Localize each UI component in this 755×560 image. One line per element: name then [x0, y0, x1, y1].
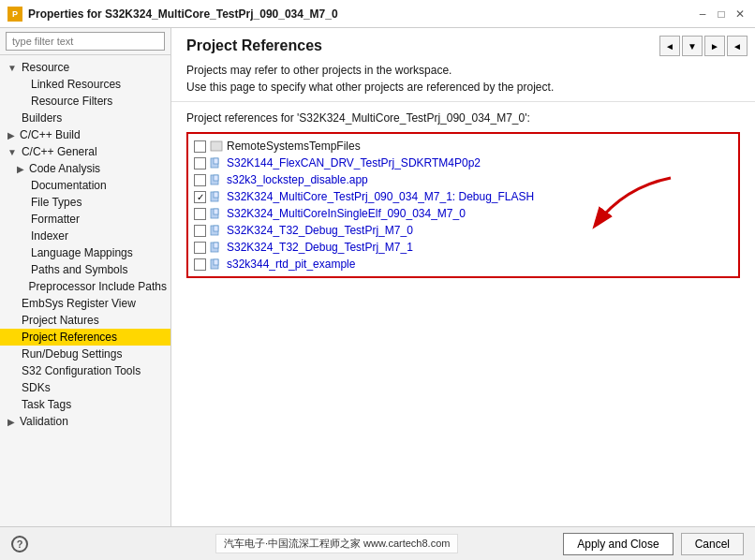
maximize-button[interactable]: □: [714, 7, 729, 22]
ref-checkbox-ref5[interactable]: [194, 208, 206, 220]
svg-rect-6: [214, 175, 218, 181]
ref-checkbox-ref1[interactable]: [194, 140, 206, 153]
tree-item-project-natures[interactable]: Project Natures: [0, 312, 170, 329]
tree-item-task-tags[interactable]: Task Tags: [0, 396, 170, 413]
page-desc1: Projects may refer to other projects in …: [186, 62, 644, 79]
nav-dropdown-button[interactable]: ▼: [682, 36, 703, 56]
help-button[interactable]: ?: [11, 536, 28, 553]
project-ref-label: Project references for 'S32K324_MultiCor…: [186, 111, 740, 125]
tree-label-cpp-general: C/C++ General: [22, 145, 97, 158]
ref-item-ref2[interactable]: S32K144_FlexCAN_DRV_TestPrj_SDKRTM4P0p2: [192, 155, 734, 171]
tree-item-embsys-register[interactable]: EmbSys Register View: [0, 295, 170, 312]
tree-item-cpp-build[interactable]: ▶C/C++ Build: [0, 126, 170, 143]
tree-item-code-analysis[interactable]: ▶Code Analysis: [0, 160, 170, 177]
svg-rect-8: [214, 192, 218, 198]
ref-icon-ref6: [210, 224, 223, 237]
tree-label-preprocessor-include: Preprocessor Include Paths: [29, 280, 167, 293]
tree-label-linked-resources: Linked Resources: [31, 78, 121, 91]
tree-label-builders: Builders: [22, 111, 62, 125]
tree-item-file-types[interactable]: File Types: [0, 194, 170, 211]
tree-item-s32-config-tools[interactable]: S32 Configuration Tools: [0, 362, 170, 379]
ref-item-ref1[interactable]: RemoteSystemsTempFiles: [192, 138, 734, 155]
apply-close-button[interactable]: Apply and Close: [563, 533, 673, 555]
tree-item-indexer[interactable]: Indexer: [0, 228, 170, 244]
tree-arrow-code-analysis: ▶: [17, 164, 24, 174]
tree-item-documentation[interactable]: Documentation: [0, 177, 170, 194]
minimize-button[interactable]: –: [695, 7, 710, 22]
ref-icon-ref3: [210, 173, 223, 186]
ref-item-ref5[interactable]: S32K324_MultiCoreInSingleElf_090_034_M7_…: [192, 205, 734, 222]
tree-item-resource[interactable]: ▼Resource: [0, 59, 170, 76]
nav-forward-button[interactable]: ►: [704, 36, 725, 56]
tree-label-indexer: Indexer: [31, 229, 68, 243]
tree-arrow-resource: ▼: [7, 63, 17, 73]
tree-label-project-natures: Project Natures: [22, 314, 99, 327]
ref-text-ref2: S32K144_FlexCAN_DRV_TestPrj_SDKRTM4P0p2: [227, 156, 481, 169]
tree-item-resource-filters[interactable]: Resource Filters: [0, 93, 170, 110]
bottom-left: ?: [11, 536, 28, 553]
ref-checkbox-ref3[interactable]: [194, 174, 206, 186]
filter-wrap: [0, 28, 170, 55]
tree-label-run-debug-settings: Run/Debug Settings: [22, 347, 122, 361]
cancel-button[interactable]: Cancel: [681, 533, 744, 555]
ref-text-ref4: S32K324_MultiCore_TestPrj_090_034_M7_1: …: [227, 190, 534, 203]
tree-item-sdks[interactable]: SDKs: [0, 379, 170, 396]
tree-label-resource: Resource: [22, 61, 69, 74]
page-title: Project References: [186, 37, 644, 54]
close-button[interactable]: ✕: [733, 7, 748, 22]
bottom-right: Apply and Close Cancel: [563, 533, 744, 555]
ref-text-ref3: s32k3_lockstep_disable.app: [227, 173, 368, 186]
svg-rect-4: [214, 158, 218, 164]
ref-item-ref7[interactable]: S32K324_T32_Debug_TestPrj_M7_1: [192, 239, 734, 256]
tree-label-task-tags: Task Tags: [22, 398, 71, 411]
tree-item-formatter[interactable]: Formatter: [0, 211, 170, 228]
title-bar: P Properties for S32K324_MultiCore_TestP…: [0, 0, 755, 28]
nav-expand-button[interactable]: ◄: [727, 36, 748, 56]
ref-item-ref8[interactable]: s32k344_rtd_pit_example: [192, 256, 734, 273]
right-panel: Project References Projects may refer to…: [171, 28, 755, 560]
tree-item-builders[interactable]: Builders: [0, 110, 170, 126]
ref-icon-ref1: [210, 140, 223, 153]
bottom-bar: ? 汽车电子·中国流深工程师之家 www.cartech8.com Apply …: [0, 526, 755, 560]
tree-label-embsys-register: EmbSys Register View: [22, 297, 136, 310]
ref-icon-ref4: [210, 190, 223, 203]
ref-icon-ref2: [210, 156, 223, 169]
tree-label-validation: Validation: [20, 415, 68, 428]
ref-text-ref6: S32K324_T32_Debug_TestPrj_M7_0: [227, 224, 413, 237]
svg-rect-2: [211, 141, 222, 151]
ref-checkbox-ref6[interactable]: [194, 225, 206, 237]
ref-icon-ref7: [210, 241, 223, 254]
svg-rect-12: [214, 226, 218, 231]
tree-item-validation[interactable]: ▶Validation: [0, 413, 170, 430]
ref-checkbox-ref7[interactable]: [194, 242, 206, 254]
filter-input[interactable]: [6, 32, 165, 51]
svg-rect-14: [214, 243, 218, 248]
ref-checkbox-ref8[interactable]: [194, 258, 206, 271]
ref-item-ref6[interactable]: S32K324_T32_Debug_TestPrj_M7_0: [192, 222, 734, 239]
ref-item-ref3[interactable]: s32k3_lockstep_disable.app: [192, 171, 734, 188]
nav-back-button[interactable]: ◄: [659, 36, 680, 56]
ref-item-ref4[interactable]: ✓S32K324_MultiCore_TestPrj_090_034_M7_1:…: [192, 188, 734, 205]
tree-arrow-cpp-build: ▶: [7, 130, 15, 140]
tree-item-cpp-general[interactable]: ▼C/C++ General: [0, 143, 170, 160]
tree-item-linked-resources[interactable]: Linked Resources: [0, 76, 170, 93]
ref-text-ref8: s32k344_rtd_pit_example: [227, 258, 355, 271]
ref-text-ref7: S32K324_T32_Debug_TestPrj_M7_1: [227, 241, 413, 254]
ref-list-box: RemoteSystemsTempFilesS32K144_FlexCAN_DR…: [186, 132, 740, 278]
tree-item-preprocessor-include[interactable]: Preprocessor Include Paths: [0, 278, 170, 295]
tree-item-language-mappings[interactable]: Language Mappings: [0, 244, 170, 261]
tree-item-run-debug-settings[interactable]: Run/Debug Settings: [0, 346, 170, 362]
ref-checkbox-ref4[interactable]: ✓: [194, 191, 206, 203]
tree-label-project-references: Project References: [22, 331, 117, 344]
ref-checkbox-ref2[interactable]: [194, 157, 206, 169]
left-panel: ▼ResourceLinked ResourcesResource Filter…: [0, 28, 171, 560]
right-header: Project References Projects may refer to…: [171, 28, 659, 101]
ref-text-ref1: RemoteSystemsTempFiles: [227, 140, 361, 153]
tree-area: ▼ResourceLinked ResourcesResource Filter…: [0, 55, 170, 549]
tree-item-paths-and-symbols[interactable]: Paths and Symbols: [0, 261, 170, 278]
tree-item-project-references[interactable]: Project References: [0, 329, 170, 346]
tree-label-paths-and-symbols: Paths and Symbols: [31, 263, 127, 276]
window-title: Properties for S32K324_MultiCore_TestPrj…: [28, 7, 689, 21]
ref-icon-ref8: [210, 258, 223, 271]
tree-label-cpp-build: C/C++ Build: [20, 128, 81, 141]
